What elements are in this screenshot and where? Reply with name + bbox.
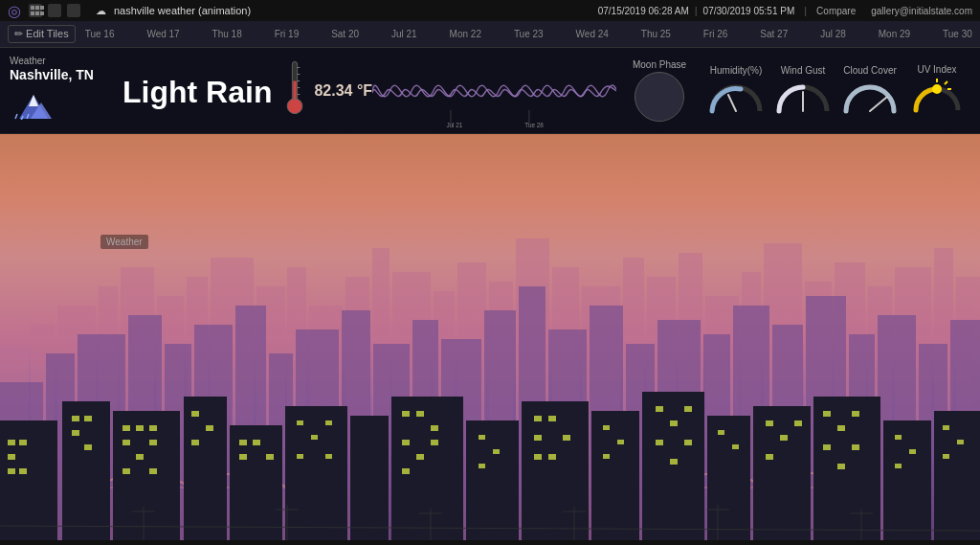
timeline-date: Wed 24 (576, 29, 609, 39)
svg-rect-100 (753, 406, 811, 545)
gallery-label: gallery@initialstate.com (871, 6, 972, 16)
svg-rect-138 (416, 454, 424, 460)
cloud-cover-block: Cloud Cover (836, 65, 903, 116)
svg-rect-174 (957, 440, 964, 444)
svg-line-3 (15, 114, 17, 119)
weather-mountain-icon (10, 85, 57, 126)
svg-rect-154 (684, 406, 692, 412)
wind-gust-block: Wind Gust (769, 65, 836, 116)
timeline-dates: Tue 16Wed 17Thu 18Fri 19Sat 20Jul 21Mon … (85, 29, 972, 39)
svg-rect-136 (402, 440, 410, 445)
svg-rect-125 (253, 440, 260, 445)
svg-rect-149 (603, 425, 610, 430)
svg-rect-142 (479, 464, 485, 468)
svg-rect-102 (883, 420, 931, 545)
svg-rect-118 (136, 454, 144, 460)
svg-rect-151 (603, 454, 610, 459)
svg-rect-132 (325, 454, 332, 459)
svg-rect-158 (718, 430, 724, 435)
svg-rect-123 (191, 440, 199, 445)
svg-rect-112 (84, 444, 92, 450)
svg-text:Jul 21: Jul 21 (446, 121, 462, 127)
svg-rect-156 (684, 440, 692, 445)
svg-rect-95 (466, 420, 519, 545)
svg-rect-168 (852, 444, 859, 450)
svg-rect-103 (934, 411, 980, 545)
svg-rect-105 (19, 440, 27, 445)
svg-rect-166 (852, 411, 859, 417)
svg-rect-127 (266, 454, 274, 460)
layout-icon[interactable] (29, 4, 42, 17)
svg-rect-164 (823, 411, 831, 417)
svg-rect-116 (122, 440, 130, 445)
svg-rect-134 (416, 411, 424, 417)
svg-line-24 (945, 81, 947, 84)
compare-label[interactable]: Compare (816, 6, 856, 16)
svg-rect-104 (8, 440, 15, 445)
edit-tiles-button[interactable]: ✏ Edit Tiles (8, 25, 76, 43)
weather-overlay-label: Weather (100, 235, 148, 249)
timeline-date: Tue 16 (85, 29, 115, 39)
title-cloud-icon: ☁ (96, 5, 106, 17)
cloud-cover-gauge (841, 78, 899, 116)
svg-rect-141 (493, 449, 500, 454)
svg-rect-92 (285, 406, 347, 545)
svg-rect-128 (297, 420, 303, 425)
date-start: 07/15/2019 06:28 AM (598, 6, 689, 16)
svg-rect-139 (402, 468, 410, 474)
svg-rect-135 (431, 425, 438, 431)
top-bar-right: 07/15/2019 06:28 AM | 07/30/2019 05:51 P… (598, 5, 972, 16)
svg-rect-171 (909, 449, 916, 454)
svg-rect-101 (813, 397, 880, 545)
location-name: Nashville, TN (10, 68, 94, 81)
svg-rect-109 (72, 416, 79, 421)
svg-rect-189 (0, 540, 980, 545)
svg-rect-153 (670, 420, 678, 426)
top-bar-left: ◎ ☁ nashville weather (animation) (8, 2, 251, 20)
svg-rect-121 (191, 411, 199, 417)
top-icons (29, 4, 80, 17)
svg-rect-169 (837, 464, 845, 469)
svg-point-18 (637, 75, 683, 121)
timeline-date: Tue 23 (514, 29, 544, 39)
timeline-date: Jul 21 (391, 29, 417, 39)
view-icon[interactable] (48, 4, 61, 17)
uv-gauge (913, 77, 961, 117)
menu-icon[interactable] (67, 4, 80, 17)
svg-rect-157 (670, 459, 678, 465)
svg-rect-111 (72, 430, 79, 436)
svg-rect-163 (766, 454, 773, 460)
app-logo: ◎ (8, 2, 21, 20)
timeline-bar: ✏ Edit Tiles Tue 16Wed 17Thu 18Fri 19Sat… (0, 21, 980, 48)
svg-rect-167 (823, 444, 831, 450)
condition-text: Light Rain (122, 77, 272, 107)
uv-label: UV Index (917, 64, 956, 75)
svg-rect-147 (534, 454, 542, 460)
svg-rect-113 (122, 425, 130, 431)
svg-rect-173 (943, 425, 949, 430)
timeline-date: Thu 18 (212, 29, 242, 39)
svg-rect-117 (149, 440, 157, 445)
moon-phase-block: Moon Phase (616, 59, 702, 122)
humidity-label: Humidity(%) (710, 65, 762, 76)
date-separator: | (695, 5, 698, 16)
timeline-date: Tue 30 (943, 29, 972, 39)
svg-rect-155 (656, 440, 663, 445)
wind-gust-label: Wind Gust (781, 65, 826, 76)
widget-strip: Weather Nashville, TN Light Rain (0, 48, 980, 134)
top-bar: ◎ ☁ nashville weather (animation) 07/15/… (0, 0, 980, 21)
wave-chart: .wave-line { fill: none; stroke: #9977bb… (372, 53, 616, 129)
svg-rect-129 (311, 435, 318, 440)
moon-label: Moon Phase (633, 59, 686, 70)
temperature-block: 82.34 °F (279, 57, 372, 125)
timeline-date: Thu 25 (641, 29, 671, 39)
svg-rect-110 (84, 416, 92, 421)
svg-rect-145 (534, 435, 542, 441)
svg-rect-115 (149, 425, 157, 431)
svg-rect-143 (534, 416, 542, 421)
uv-index-block: UV Index (903, 64, 970, 117)
condition-block: Light Rain (115, 75, 279, 107)
svg-rect-119 (122, 468, 130, 474)
thermometer-icon (279, 57, 310, 125)
svg-rect-93 (350, 416, 389, 545)
